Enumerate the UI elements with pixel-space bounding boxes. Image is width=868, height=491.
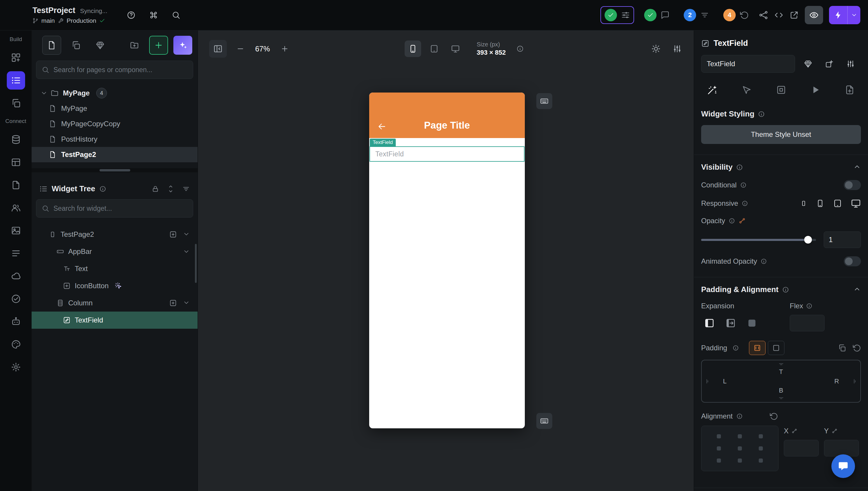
slider-thumb[interactable] (804, 236, 812, 243)
padding-left-label[interactable]: L (723, 377, 726, 385)
padding-right-label[interactable]: R (834, 377, 839, 385)
vertical-scrollbar-thumb[interactable] (195, 244, 197, 283)
set-from-variable-icon[interactable] (832, 428, 838, 434)
phone-preview[interactable]: Page Title TextField TextField (369, 92, 525, 428)
flutterflow-logo[interactable] (8, 7, 24, 23)
widget-options-button[interactable] (842, 56, 859, 72)
widget-name-input[interactable] (701, 55, 795, 73)
rail-settings-button[interactable] (7, 358, 25, 376)
info-icon[interactable] (761, 258, 767, 265)
widget-search-input[interactable] (54, 205, 188, 212)
responsive-desktop-icon[interactable] (851, 198, 861, 208)
todos-group[interactable]: 2 (680, 6, 713, 24)
rail-app-validation-button[interactable] (7, 290, 25, 308)
rail-components-button[interactable] (7, 94, 25, 112)
responsive-phone-small-icon[interactable] (800, 200, 807, 207)
align-dot[interactable] (717, 434, 721, 438)
rail-page-selector-button[interactable] (7, 71, 25, 90)
add-page-button[interactable] (149, 36, 168, 55)
keyboard-toggle-top[interactable] (536, 93, 552, 109)
tab-styling[interactable] (704, 82, 721, 98)
page-row-mypage[interactable]: MyPage (32, 101, 197, 116)
info-icon[interactable] (733, 345, 739, 351)
history-group[interactable]: 4 (719, 6, 753, 24)
align-dot[interactable] (738, 434, 742, 438)
responsive-phone-icon[interactable] (816, 199, 824, 207)
rail-team-button[interactable] (7, 199, 25, 217)
expansion-flexible-button[interactable] (744, 315, 760, 331)
chevron-up-icon[interactable] (853, 285, 861, 293)
opacity-slider[interactable] (701, 236, 816, 244)
preview-button[interactable] (805, 6, 823, 24)
conditional-toggle[interactable] (844, 180, 861, 190)
info-icon[interactable] (782, 286, 789, 293)
alignment-grid[interactable] (701, 426, 778, 471)
copy-padding-button[interactable] (838, 344, 846, 352)
pages-search-input[interactable] (54, 66, 188, 74)
info-icon[interactable] (99, 185, 106, 193)
chevron-down-icon[interactable] (183, 299, 190, 306)
alignment-y-input[interactable] (824, 440, 859, 456)
horizontal-scrollbar-thumb[interactable] (99, 169, 130, 171)
testing-section[interactable]: Testing (694, 488, 868, 491)
open-in-new-button[interactable] (789, 10, 799, 20)
expand-collapse-button[interactable] (167, 185, 175, 193)
flex-input[interactable] (790, 315, 825, 331)
expansion-default-button[interactable] (701, 315, 718, 331)
tab-documentation[interactable] (841, 82, 858, 98)
theme-style-button[interactable]: Theme Style Unset (701, 125, 861, 144)
rail-database-button[interactable] (7, 131, 25, 149)
tab-animations[interactable] (773, 82, 789, 98)
support-chat-button[interactable] (831, 454, 855, 478)
rail-dashboard-button[interactable] (7, 49, 25, 67)
opacity-value-input[interactable] (824, 231, 861, 248)
align-dot[interactable] (759, 459, 763, 463)
view-code-button[interactable] (774, 10, 783, 20)
rail-media-button[interactable] (7, 222, 25, 240)
set-from-variable-icon[interactable] (739, 217, 746, 224)
ai-page-gen-button[interactable] (173, 36, 192, 55)
theme-widget-button[interactable] (800, 56, 816, 72)
rail-theme-button[interactable] (7, 335, 25, 353)
info-icon[interactable] (758, 111, 765, 118)
run-button[interactable] (829, 6, 847, 24)
deploy-split-button[interactable] (829, 6, 860, 24)
rail-cloud-functions-button[interactable] (7, 267, 25, 285)
add-widget-icon[interactable] (169, 231, 177, 238)
padding-bottom-handle-icon[interactable] (778, 395, 784, 401)
padding-left-handle-icon[interactable] (704, 378, 711, 384)
chevron-down-icon[interactable] (183, 248, 190, 255)
deploy-options-button[interactable] (847, 6, 860, 24)
tab-actions[interactable] (738, 82, 755, 98)
device-phone-button[interactable] (405, 40, 421, 57)
tree-node-iconbutton[interactable]: IconButton (32, 277, 197, 294)
align-dot[interactable] (738, 446, 742, 451)
tree-options-button[interactable] (182, 185, 190, 193)
tree-node-appbar[interactable]: AppBar (32, 243, 197, 260)
align-dot[interactable] (738, 459, 742, 463)
tree-node-text[interactable]: Text (32, 260, 197, 277)
comments-group[interactable] (640, 6, 674, 24)
align-dot[interactable] (759, 446, 763, 451)
rail-app-values-button[interactable] (7, 244, 25, 262)
alignment-x-input[interactable] (784, 440, 819, 456)
align-dot[interactable] (759, 434, 763, 438)
info-icon[interactable] (806, 303, 812, 309)
tree-node-column[interactable]: Column (32, 294, 197, 312)
rail-custom-code-button[interactable] (7, 176, 25, 194)
chevron-down-icon[interactable] (40, 90, 48, 97)
preview-appbar[interactable]: Page Title (369, 92, 525, 138)
canvas-settings-button[interactable] (673, 44, 682, 54)
theme-widgets-tab-button[interactable] (91, 36, 110, 55)
chevron-down-icon[interactable] (183, 231, 190, 238)
theme-mode-button[interactable] (651, 44, 661, 54)
padding-individual-button[interactable] (768, 341, 784, 355)
api-button[interactable] (759, 10, 768, 20)
project-checks-group[interactable] (600, 6, 634, 24)
expansion-expanded-button[interactable] (722, 315, 739, 331)
padding-bottom-label[interactable]: B (779, 387, 783, 394)
chevron-up-icon[interactable] (853, 163, 861, 171)
zoom-out-button[interactable] (236, 45, 245, 53)
components-tab-button[interactable] (66, 36, 85, 55)
tree-node-textfield[interactable]: TextField (32, 312, 197, 329)
